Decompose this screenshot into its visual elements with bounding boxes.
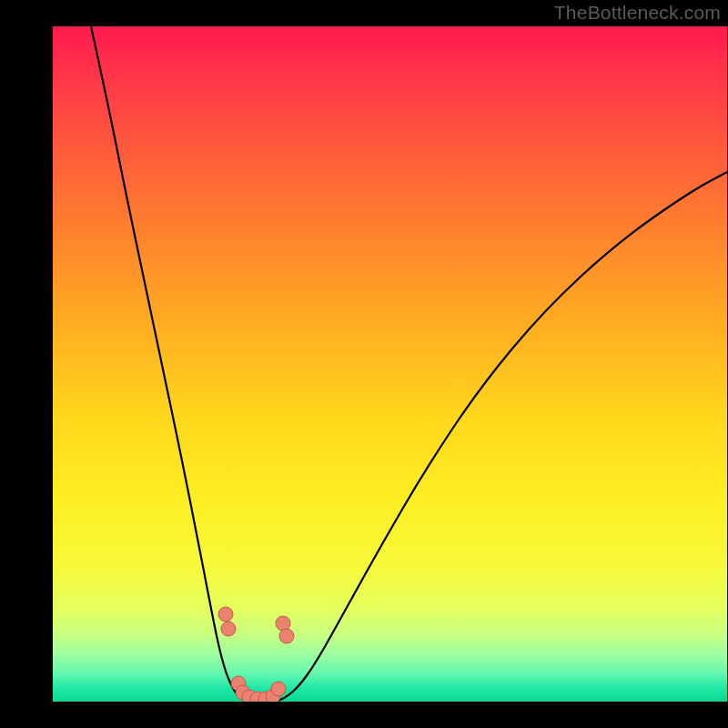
marker-right-upper-1 bbox=[276, 616, 290, 631]
watermark-text: TheBottleneck.com bbox=[554, 2, 721, 24]
marker-group bbox=[218, 607, 294, 702]
plot-area bbox=[53, 26, 727, 702]
marker-right-upper-2 bbox=[279, 629, 294, 643]
marker-left-upper-1 bbox=[218, 607, 233, 622]
marker-left-upper-2 bbox=[221, 622, 236, 636]
chart-frame: TheBottleneck.com bbox=[26, 0, 728, 703]
right-curve bbox=[267, 172, 727, 702]
marker-bottom-7 bbox=[271, 682, 286, 696]
left-curve bbox=[91, 26, 255, 702]
chart-svg bbox=[53, 26, 727, 702]
